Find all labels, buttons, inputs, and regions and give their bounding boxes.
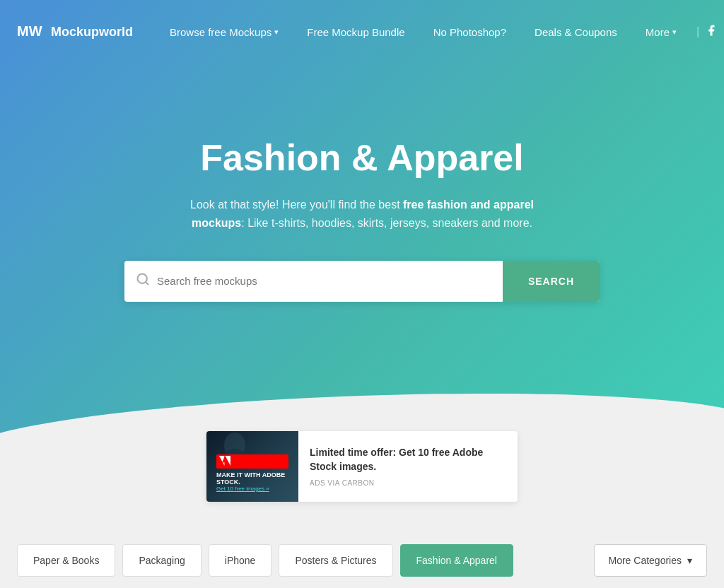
nav-divider: |: [696, 25, 699, 38]
search-input-wrap: [124, 261, 503, 302]
search-button[interactable]: SEARCH: [503, 261, 600, 302]
main-nav: MW Mockupworld Browse free Mockups ▾ Fre…: [0, 0, 724, 64]
ad-cta-text: Get 10 free images »: [216, 486, 288, 492]
search-icon: [136, 272, 150, 290]
nav-more[interactable]: More ▾: [631, 20, 691, 44]
nav-social: [705, 24, 724, 40]
category-iphone[interactable]: iPhone: [209, 544, 272, 577]
category-fashion-apparel[interactable]: Fashion & Apparel: [400, 544, 513, 577]
chevron-down-icon: ▾: [687, 555, 692, 566]
chevron-down-icon: ▾: [672, 28, 677, 37]
hero-subtitle: Look at that style! Here you'll find the…: [164, 196, 560, 232]
category-posters-pictures[interactable]: Posters & Pictures: [279, 544, 392, 577]
search-bar: SEARCH: [124, 261, 600, 302]
brand-logo[interactable]: MW Mockupworld: [17, 22, 133, 42]
brand-name: Mockupworld: [51, 25, 133, 40]
nav-browse[interactable]: Browse free Mockups ▾: [156, 20, 293, 44]
ad-content: Limited time offer: Get 10 free Adobe St…: [298, 436, 518, 497]
chevron-down-icon: ▾: [274, 28, 279, 37]
more-categories-button[interactable]: More Categories ▾: [594, 544, 708, 577]
search-input[interactable]: [157, 275, 491, 287]
nav-no-photoshop[interactable]: No Photoshop?: [419, 20, 520, 44]
hero-section: Fashion & Apparel Look at that style! He…: [0, 0, 724, 452]
ad-card[interactable]: MAKE IT WITH ADOBE STOCK. Get 10 free im…: [206, 431, 518, 502]
nav-links: Browse free Mockups ▾ Free Mockup Bundle…: [156, 20, 691, 44]
ad-image: MAKE IT WITH ADOBE STOCK. Get 10 free im…: [206, 431, 298, 502]
category-paper-books[interactable]: Paper & Books: [17, 544, 115, 577]
ad-make-text: MAKE IT WITH ADOBE STOCK.: [216, 471, 288, 486]
nav-bundle[interactable]: Free Mockup Bundle: [293, 20, 419, 44]
ad-title: Limited time offer: Get 10 free Adobe St…: [310, 446, 506, 474]
svg-text:MW: MW: [17, 23, 42, 39]
facebook-link[interactable]: [705, 24, 718, 40]
ad-section: MAKE IT WITH ADOBE STOCK. Get 10 free im…: [0, 431, 724, 530]
nav-deals[interactable]: Deals & Coupons: [520, 20, 631, 44]
ad-adobe-badge: [216, 454, 288, 469]
category-packaging[interactable]: Packaging: [122, 544, 201, 577]
hero-title: Fashion & Apparel: [200, 136, 523, 179]
ad-label: ADS VIA CARBON: [310, 479, 506, 487]
svg-line-2: [146, 282, 148, 285]
categories-section: Paper & Books Packaging iPhone Posters &…: [0, 530, 724, 588]
